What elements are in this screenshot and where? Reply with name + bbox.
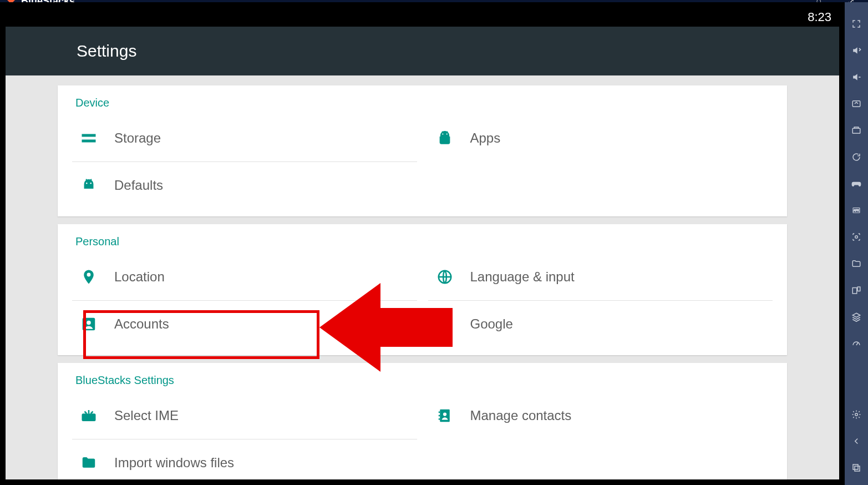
settings-item-label: Manage contacts (470, 408, 572, 423)
svg-rect-10 (90, 416, 92, 417)
settings-item-label: Google (470, 316, 513, 332)
sidebar-rotate-icon[interactable] (845, 149, 868, 165)
bluestacks-window: BlueStacks ○ ⤢ 8:23 Settings Device (0, 0, 868, 485)
settings-item-language-input[interactable]: Language & input (428, 254, 773, 301)
sidebar-speedometer-icon[interactable] (845, 335, 868, 352)
sidebar-fullscreen-icon[interactable] (845, 16, 868, 32)
svg-rect-23 (857, 287, 860, 291)
svg-rect-8 (85, 416, 87, 417)
svg-rect-18 (852, 128, 860, 133)
sidebar-volume-down-icon[interactable] (845, 69, 868, 85)
svg-point-16 (443, 412, 446, 416)
svg-rect-26 (853, 464, 858, 469)
card-bluestacks-settings: BlueStacks Settings Select IME (58, 363, 787, 479)
settings-item-google[interactable]: Google (428, 301, 773, 347)
settings-item-label: Language & input (470, 269, 575, 285)
settings-item-accounts[interactable]: Accounts (72, 301, 417, 347)
account-box-icon (79, 314, 99, 334)
sidebar-copy-icon[interactable] (845, 459, 868, 476)
svg-rect-22 (852, 288, 857, 294)
settings-item-label: Accounts (114, 316, 169, 332)
sidebar-media-icon[interactable] (845, 122, 868, 139)
settings-item-manage-contacts[interactable]: Manage contacts (428, 392, 773, 439)
sidebar-camera-icon[interactable] (845, 229, 868, 245)
settings-item-select-ime[interactable]: Select IME (72, 392, 417, 439)
sidebar-keymap-icon[interactable] (845, 95, 868, 112)
settings-item-label: Storage (114, 130, 161, 146)
settings-item-label: Import windows files (114, 455, 234, 471)
card-header-personal: Personal (58, 224, 787, 254)
google-g-icon (435, 314, 455, 334)
svg-rect-9 (88, 416, 89, 417)
sidebar-gamepad-icon[interactable] (845, 175, 868, 192)
contacts-book-icon (435, 406, 455, 426)
settings-item-label: Location (114, 269, 165, 285)
android-status-bar: 8:23 (6, 8, 839, 27)
settings-item-label: Select IME (114, 408, 179, 423)
card-header-bluestacks: BlueStacks Settings (58, 363, 787, 392)
svg-point-0 (86, 183, 88, 184)
svg-point-5 (87, 321, 91, 325)
svg-point-2 (442, 133, 443, 134)
sidebar-settings-gear-icon[interactable] (845, 406, 868, 423)
card-personal: Personal Location (58, 224, 787, 355)
card-header-device: Device (58, 85, 787, 115)
svg-point-24 (855, 413, 858, 416)
sidebar-multi-instance-icon[interactable] (845, 282, 868, 299)
android-head-icon (79, 175, 99, 195)
storage-icon (79, 128, 99, 148)
location-icon (79, 267, 99, 287)
sidebar-volume-up-icon[interactable] (845, 42, 868, 59)
card-device: Device Storage (58, 85, 787, 216)
settings-app-bar: Settings (6, 27, 839, 75)
status-time: 8:23 (808, 10, 831, 24)
folder-icon (79, 453, 99, 473)
sidebar-layers-icon[interactable] (845, 309, 868, 325)
settings-content[interactable]: Device Storage (6, 75, 839, 479)
settings-item-import-windows-files[interactable]: Import windows files (72, 439, 417, 479)
settings-item-location[interactable]: Location (72, 254, 417, 301)
svg-point-21 (855, 236, 858, 239)
globe-icon (435, 267, 455, 287)
settings-item-apps[interactable]: Apps (428, 115, 773, 161)
svg-rect-15 (438, 418, 440, 420)
settings-item-label: Apps (470, 130, 501, 146)
svg-rect-14 (438, 415, 440, 417)
page-title: Settings (77, 42, 136, 60)
emulator-outer: 8:23 Settings Device (0, 2, 845, 485)
svg-point-3 (446, 133, 447, 134)
android-icon (435, 128, 455, 148)
keyboard-ime-icon (79, 406, 99, 426)
settings-item-storage[interactable]: Storage (72, 115, 417, 162)
android-emulator: 8:23 Settings Device (6, 8, 839, 479)
svg-rect-25 (855, 466, 860, 471)
sidebar-folder-icon[interactable] (845, 255, 868, 272)
sidebar-apk-icon[interactable]: APK (845, 202, 868, 219)
bluestacks-sidebar: APK (845, 2, 868, 485)
svg-point-1 (90, 183, 92, 184)
svg-text:APK: APK (854, 209, 860, 212)
settings-item-defaults[interactable]: Defaults (72, 162, 417, 209)
svg-rect-11 (86, 418, 92, 420)
sidebar-back-icon[interactable] (845, 433, 868, 449)
svg-rect-13 (438, 412, 440, 413)
main-row: 8:23 Settings Device (0, 2, 868, 485)
settings-item-label: Defaults (114, 178, 163, 193)
